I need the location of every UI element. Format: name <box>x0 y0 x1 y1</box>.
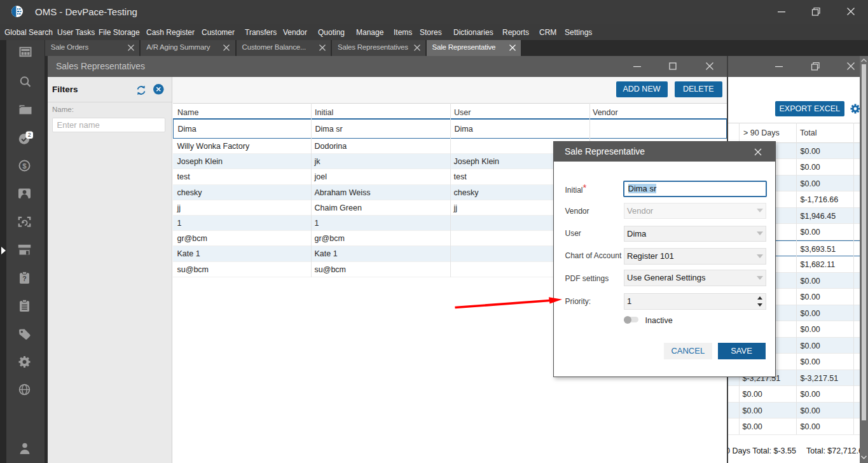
svg-text:$: $ <box>22 162 27 170</box>
svg-text:?: ? <box>22 275 26 282</box>
svg-text:2: 2 <box>28 132 31 138</box>
